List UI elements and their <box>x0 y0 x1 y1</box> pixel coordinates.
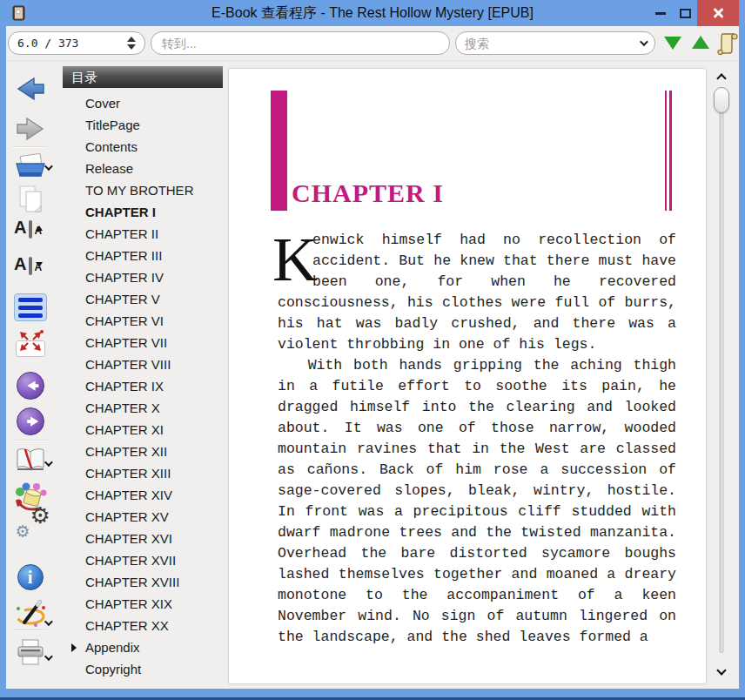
forward-icon <box>17 118 43 139</box>
toc-item[interactable]: CHAPTER V <box>54 288 225 310</box>
toc-item[interactable]: CHAPTER II <box>54 223 225 245</box>
vertical-scrollbar[interactable] <box>709 68 734 684</box>
app-book-icon <box>10 4 28 22</box>
toc-item[interactable]: TitlePage <box>54 114 225 136</box>
maximize-button[interactable] <box>673 0 697 26</box>
wand-menu-chevron-icon[interactable] <box>44 614 50 629</box>
toc-item[interactable]: CHAPTER IV <box>54 266 225 288</box>
page-indicator: 6.0 / 373 <box>17 37 127 50</box>
scrollbar-track[interactable] <box>720 89 724 653</box>
drop-cap: K <box>272 234 312 285</box>
toc-item[interactable]: Release <box>54 158 225 179</box>
search-next-button[interactable] <box>664 37 681 50</box>
previous-page-icon <box>17 372 44 400</box>
scroll-down-icon[interactable] <box>716 665 726 675</box>
printer-icon <box>15 638 46 666</box>
fit-screen-button[interactable] <box>16 329 45 357</box>
forward-button[interactable] <box>16 116 45 145</box>
book-page: CHAPTER I Kenwick himself had no recolle… <box>228 68 707 684</box>
scroll-parchment-icon[interactable] <box>715 30 739 57</box>
toc-panel: 目录 CoverTitlePageContentsReleaseTO MY BR… <box>54 61 225 689</box>
toc-item[interactable]: CHAPTER X <box>54 397 225 419</box>
line-spacing-button[interactable] <box>14 293 47 321</box>
toc-header: 目录 <box>63 66 223 88</box>
search-input[interactable] <box>465 37 640 50</box>
body-text: Kenwick himself had no recollection of a… <box>278 230 676 648</box>
toc-list: CoverTitlePageContentsReleaseTO MY BROTH… <box>54 92 225 689</box>
chapter-ornament-lines <box>665 91 672 211</box>
search-prev-button[interactable] <box>692 36 709 49</box>
print-button[interactable] <box>15 638 46 670</box>
back-icon <box>18 78 44 99</box>
scrollbar-thumb[interactable] <box>714 87 729 113</box>
fit-screen-icon <box>16 340 45 357</box>
scroll-up-icon[interactable] <box>716 73 726 83</box>
maximize-icon <box>680 9 691 18</box>
bookmarks-menu-chevron-icon[interactable] <box>44 454 50 470</box>
copy-pages-icon <box>17 185 44 214</box>
next-page-icon <box>17 407 44 435</box>
toc-item[interactable]: CHAPTER XVII <box>54 549 225 571</box>
copy-pages-button[interactable] <box>17 185 44 218</box>
print-menu-chevron-icon[interactable] <box>44 649 50 664</box>
side-toolbar: AA AA <box>6 61 54 689</box>
font-decrease-icon: AA <box>29 257 32 275</box>
magic-wand-button[interactable] <box>14 597 47 632</box>
toc-item[interactable]: Cover <box>54 92 225 114</box>
toc-item[interactable]: CHAPTER VII <box>54 332 225 353</box>
toc-item[interactable]: CHAPTER XI <box>54 419 225 441</box>
toc-item[interactable]: CHAPTER VIII <box>54 353 225 375</box>
divider <box>12 440 47 441</box>
toc-item[interactable]: CHAPTER IX <box>54 375 225 397</box>
back-button[interactable] <box>16 76 45 105</box>
expander-arrow-icon[interactable] <box>71 643 77 652</box>
page-spinner[interactable]: 6.0 / 373 <box>8 31 145 55</box>
titlebar: E-Book 查看程序 - The Rest Hollow Mystery [E… <box>0 0 745 26</box>
bookmarks-book-icon <box>14 447 47 473</box>
toc-item[interactable]: CHAPTER XIV <box>54 484 225 506</box>
toc-item[interactable]: TO MY BROTHER <box>54 179 225 201</box>
next-page-button[interactable] <box>17 407 44 435</box>
reader-area: CHAPTER I Kenwick himself had no recolle… <box>225 61 739 689</box>
toc-item[interactable]: CHAPTER XX <box>54 615 225 636</box>
toc-item[interactable]: Appendix <box>54 636 225 658</box>
app-window: E-Book 查看程序 - The Rest Hollow Mystery [E… <box>0 0 745 700</box>
chapter-ornament-bar <box>271 91 287 211</box>
goto-input[interactable] <box>151 31 450 55</box>
toc-item[interactable]: CHAPTER XVIII <box>54 571 225 593</box>
open-menu-chevron-icon[interactable] <box>44 158 50 174</box>
info-icon: i <box>17 564 44 590</box>
font-increase-button[interactable]: AA <box>29 222 32 238</box>
toc-item[interactable]: CHAPTER XIX <box>54 593 225 615</box>
previous-page-button[interactable] <box>17 372 44 400</box>
close-button[interactable] <box>697 0 739 26</box>
minimize-button[interactable] <box>648 0 673 26</box>
toc-item[interactable]: CHAPTER XVI <box>54 528 225 549</box>
font-decrease-button[interactable]: AA <box>29 259 32 274</box>
bookmarks-button[interactable] <box>14 447 47 476</box>
window-bottom-border <box>0 689 745 700</box>
search-combobox[interactable] <box>455 31 655 55</box>
toc-item[interactable]: CHAPTER VI <box>54 310 225 332</box>
open-book-button[interactable] <box>14 151 47 183</box>
minimize-icon <box>655 12 666 15</box>
toc-item[interactable]: CHAPTER XV <box>54 506 225 528</box>
spinner-arrows-icon[interactable] <box>127 37 136 50</box>
window-title: E-Book 查看程序 - The Rest Hollow Mystery [E… <box>0 4 745 23</box>
paragraph: Kenwick himself had no recollection of a… <box>278 230 676 355</box>
toc-item[interactable]: CHAPTER XIII <box>54 462 225 484</box>
info-button[interactable]: i <box>17 564 44 590</box>
close-icon <box>712 7 724 19</box>
toc-item[interactable]: CHAPTER III <box>54 245 225 266</box>
divider <box>12 629 47 631</box>
font-increase-icon: AA <box>29 220 32 239</box>
toc-item[interactable]: CHAPTER XII <box>54 441 225 462</box>
toc-item[interactable]: Copyright <box>54 658 225 680</box>
toc-item[interactable]: CHAPTER I <box>54 201 225 223</box>
paragraph: With both hands gripping the aching thig… <box>278 355 676 648</box>
magic-wand-icon <box>14 597 47 629</box>
open-book-icon <box>14 151 47 179</box>
toc-item[interactable]: Contents <box>54 136 225 158</box>
divider <box>12 146 47 148</box>
chevron-down-icon[interactable] <box>640 37 648 46</box>
